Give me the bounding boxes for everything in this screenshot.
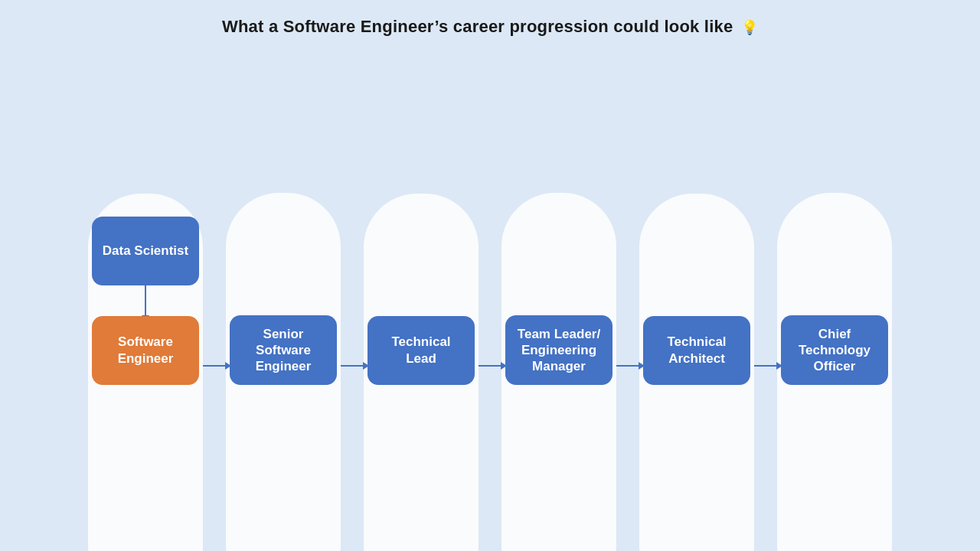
card-data-scientist: Data Scientist bbox=[92, 217, 199, 285]
h-arrow-2 bbox=[341, 365, 364, 367]
h-arrow-3 bbox=[479, 365, 501, 367]
h-arrow-line-4 bbox=[616, 365, 639, 367]
lightbulb-icon: 💡 bbox=[741, 20, 758, 35]
career-progression-diagram: Data Scientist Software Engineer Senior … bbox=[88, 216, 892, 386]
col-cto: Chief Technology Officer bbox=[777, 216, 892, 386]
page-title: What a Software Engineer’s career progre… bbox=[0, 0, 980, 37]
card-team-leader: Team Leader/ Engineering Manager bbox=[505, 315, 612, 386]
col4-inner: Team Leader/ Engineering Manager bbox=[501, 216, 616, 386]
h-arrow-4 bbox=[616, 365, 639, 367]
col-software-engineer: Data Scientist Software Engineer bbox=[88, 217, 203, 385]
col-team-leader: Team Leader/ Engineering Manager bbox=[501, 216, 616, 386]
col-technical-lead: Technical Lead bbox=[364, 217, 479, 385]
card-technical-lead: Technical Lead bbox=[368, 316, 475, 385]
card-cto: Chief Technology Officer bbox=[781, 315, 888, 386]
h-arrow-line-3 bbox=[479, 365, 501, 367]
h-arrow-5 bbox=[754, 365, 777, 367]
col2-inner: Senior Software Engineer bbox=[226, 216, 341, 386]
col-senior-software-engineer: Senior Software Engineer bbox=[226, 216, 341, 386]
col6-inner: Chief Technology Officer bbox=[777, 216, 892, 386]
h-arrow-line-5 bbox=[754, 365, 777, 367]
h-arrow-line-2 bbox=[341, 365, 364, 367]
card-software-engineer: Software Engineer bbox=[92, 316, 199, 385]
col3-inner: Technical Lead bbox=[364, 217, 479, 385]
diagram-area: Data Scientist Software Engineer Senior … bbox=[0, 50, 980, 551]
card-technical-architect: Technical Architect bbox=[643, 316, 750, 385]
col-technical-architect: Technical Architect bbox=[639, 217, 754, 385]
arrow-down-1 bbox=[145, 285, 146, 316]
h-arrow-line-1 bbox=[203, 365, 226, 367]
h-arrow-1 bbox=[203, 365, 226, 367]
col5-inner: Technical Architect bbox=[639, 217, 754, 385]
card-senior-software-engineer: Senior Software Engineer bbox=[230, 315, 337, 386]
col1-inner: Data Scientist Software Engineer bbox=[88, 217, 203, 385]
